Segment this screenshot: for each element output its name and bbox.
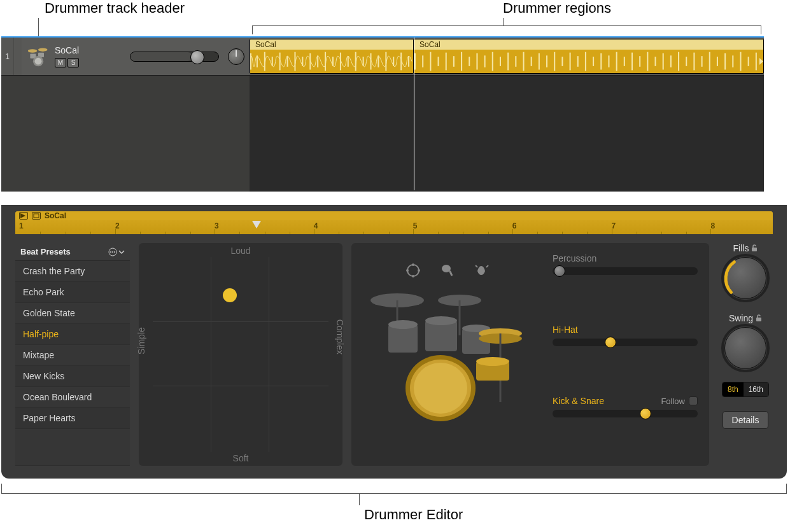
svg-rect-43 (515, 56, 516, 67)
svg-point-5 (35, 57, 42, 64)
svg-rect-9 (264, 52, 265, 71)
preset-item[interactable]: Paper Hearts (15, 408, 130, 429)
solo-button[interactable]: S (67, 58, 79, 67)
percussion-label: Percussion (553, 253, 596, 263)
svg-rect-111 (756, 318, 761, 321)
volume-thumb[interactable] (190, 50, 204, 64)
svg-point-1 (38, 48, 47, 51)
bar-num: 6 (512, 221, 517, 230)
kicksnare-slider[interactable] (553, 410, 698, 417)
mute-button[interactable]: M (55, 58, 66, 67)
kicksnare-thumb[interactable] (640, 408, 651, 419)
xy-grid[interactable] (153, 257, 328, 452)
svg-rect-14 (302, 57, 303, 66)
presets-actions[interactable] (108, 248, 125, 256)
svg-rect-39 (484, 55, 486, 67)
svg-rect-13 (294, 52, 295, 71)
svg-point-98 (425, 316, 457, 325)
seg-16th[interactable]: 16th (744, 382, 768, 396)
track-header-column-bg (1, 76, 250, 192)
drumkit-icon (27, 45, 50, 68)
track-grip[interactable] (14, 38, 22, 75)
region-header (414, 39, 763, 50)
ruler-playhead[interactable] (252, 221, 261, 228)
svg-rect-11 (279, 53, 281, 71)
hihat-slider[interactable] (553, 339, 698, 346)
lock-icon[interactable] (751, 244, 758, 252)
details-button[interactable]: Details (723, 411, 769, 429)
seg-8th[interactable]: 8th (723, 382, 744, 396)
svg-rect-40 (492, 52, 493, 71)
volume-slider[interactable] (130, 52, 219, 62)
svg-rect-38 (476, 53, 477, 70)
svg-rect-20 (348, 56, 349, 67)
beat-presets-title: Beat Presets (20, 247, 71, 256)
pan-knob[interactable] (228, 48, 244, 65)
track-number: 1 (1, 38, 14, 75)
tracks-area: 1 SoCal M S (1, 36, 764, 190)
playhead[interactable] (414, 38, 414, 190)
fills-label: Fills (733, 243, 758, 253)
swing-resolution-toggle[interactable]: 8th 16th (722, 382, 769, 397)
percussion-thumb[interactable] (554, 265, 565, 277)
svg-rect-60 (647, 52, 648, 71)
svg-rect-6 (250, 50, 413, 73)
svg-rect-56 (616, 52, 617, 71)
drummer-track-header[interactable]: SoCal M S (22, 38, 250, 75)
preset-item[interactable]: New Kicks (15, 366, 130, 387)
svg-rect-30 (414, 53, 416, 70)
fills-knob[interactable] (724, 257, 766, 299)
preset-item[interactable]: Echo Park (15, 282, 130, 303)
svg-point-108 (414, 363, 467, 414)
tracks-empty-area (1, 76, 764, 192)
region-label: SoCal (253, 40, 279, 49)
svg-rect-32 (430, 52, 431, 71)
bar-num: 8 (710, 221, 715, 230)
drummer-region[interactable]: SoCal (250, 39, 414, 74)
preset-item[interactable]: Golden State (15, 303, 130, 324)
svg-point-81 (114, 251, 115, 253)
svg-rect-69 (717, 57, 718, 66)
swing-knob[interactable] (724, 327, 766, 369)
svg-point-80 (112, 251, 113, 253)
drummer-editor: SoCal 1 2 3 4 5 6 7 8 (1, 205, 787, 479)
region-waveform (250, 50, 413, 73)
hihat-label: Hi-Hat (553, 325, 578, 335)
svg-rect-37 (469, 57, 470, 66)
drum-kit-visual[interactable] (364, 275, 523, 428)
svg-rect-55 (608, 55, 609, 67)
svg-point-96 (388, 320, 418, 329)
drummer-region[interactable]: SoCal (414, 39, 764, 74)
svg-rect-46 (539, 53, 540, 70)
preset-item[interactable]: Crash the Party (15, 261, 130, 282)
catch-playhead-icon[interactable] (19, 212, 28, 220)
xy-label-simple: Simple (136, 327, 146, 354)
swing-label: Swing (729, 313, 762, 323)
xy-puck[interactable] (223, 288, 237, 302)
svg-rect-42 (507, 53, 509, 71)
svg-rect-18 (332, 57, 334, 66)
ruler-timeline[interactable]: 1 2 3 4 5 6 7 8 (15, 220, 773, 234)
link-icon[interactable] (32, 212, 41, 220)
preset-item[interactable]: Mixtape (15, 345, 130, 366)
svg-rect-41 (500, 57, 501, 66)
svg-point-0 (28, 49, 37, 52)
lock-icon[interactable] (756, 314, 762, 322)
callout-track-header: Drummer track header (45, 0, 185, 17)
svg-rect-25 (385, 52, 386, 71)
svg-rect-47 (546, 55, 547, 67)
preset-item[interactable]: Ocean Boulevard (15, 387, 130, 408)
percussion-slider[interactable] (553, 267, 698, 275)
preset-item-selected[interactable]: Half-pipe (15, 324, 130, 345)
editor-ruler[interactable]: SoCal 1 2 3 4 5 6 7 8 (15, 211, 773, 234)
knob-column: Fills Swing (718, 243, 773, 466)
svg-rect-10 (272, 57, 273, 66)
follow-toggle[interactable]: Follow (661, 396, 698, 406)
xy-pad[interactable]: Loud Soft Simple Complex (139, 243, 342, 466)
drum-kit-panel: Percussion Hi-Hat Kick & (351, 243, 709, 466)
regions-lane[interactable]: SoCal (250, 38, 764, 75)
kicksnare-slider-group: Kick & Snare Follow (553, 396, 698, 417)
follow-checkbox[interactable] (689, 396, 698, 405)
ellipsis-icon (108, 248, 117, 256)
hihat-thumb[interactable] (605, 337, 616, 348)
